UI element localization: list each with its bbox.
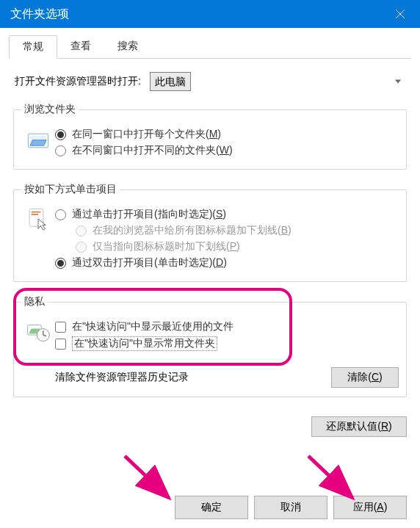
clear-button[interactable]: 清除(C): [331, 367, 399, 388]
tab-general[interactable]: 常规: [9, 35, 57, 59]
svg-marker-4: [30, 140, 46, 146]
radio-new-window[interactable]: 在不同窗口中打开不同的文件夹(W): [55, 144, 399, 157]
radio-underline-point: 仅当指向图标标题时加下划线(P): [76, 240, 399, 253]
open-in-label: 打开文件资源管理器时打开:: [15, 75, 141, 88]
click-legend: 按如下方式单击项目: [21, 183, 120, 196]
privacy-fieldset: 隐私 在"快速访问"中显示最近使用的文件 在"快速访问"中显示常: [13, 295, 407, 397]
radio-double-click[interactable]: 通过双击打开项目(单击时选定)(D): [55, 256, 399, 270]
apply-button[interactable]: 应用(A): [333, 496, 407, 519]
cancel-button[interactable]: 取消: [254, 496, 327, 519]
tab-view[interactable]: 查看: [57, 35, 104, 58]
ok-button[interactable]: 确定: [175, 496, 248, 519]
cursor-click-icon: [21, 205, 55, 231]
privacy-icon: [21, 317, 55, 344]
folder-browse-icon: [21, 125, 55, 151]
tab-row: 常规 查看 搜索: [9, 35, 411, 59]
browse-legend: 浏览文件夹: [21, 103, 79, 116]
window-title: 文件夹选项: [10, 7, 383, 22]
open-in-select[interactable]: 此电脑: [150, 72, 191, 91]
radio-same-window[interactable]: 在同一窗口中打开每个文件夹(M): [55, 128, 399, 141]
close-icon[interactable]: [383, 0, 417, 28]
privacy-legend: 隐私: [21, 295, 48, 308]
click-fieldset: 按如下方式单击项目 通过单击打开项目(指向时选定)(S) 在我的浏览器中给所有图…: [13, 183, 407, 282]
radio-underline-all: 在我的浏览器中给所有图标标题加下划线(B): [76, 224, 399, 237]
clear-history-label: 清除文件资源管理器历史记录: [55, 371, 331, 384]
checkbox-frequent-folders[interactable]: 在"快速访问"中显示常用文件夹: [55, 336, 399, 351]
checkbox-recent-files[interactable]: 在"快速访问"中显示最近使用的文件: [55, 320, 399, 333]
tab-search[interactable]: 搜索: [104, 35, 151, 58]
restore-defaults-button[interactable]: 还原默认值(R): [311, 416, 407, 437]
radio-single-click[interactable]: 通过单击打开项目(指向时选定)(S): [55, 208, 399, 221]
browse-fieldset: 浏览文件夹 在同一窗口中打开每个文件夹(M) 在不同窗口中打开不同的文件夹(W): [13, 103, 407, 170]
